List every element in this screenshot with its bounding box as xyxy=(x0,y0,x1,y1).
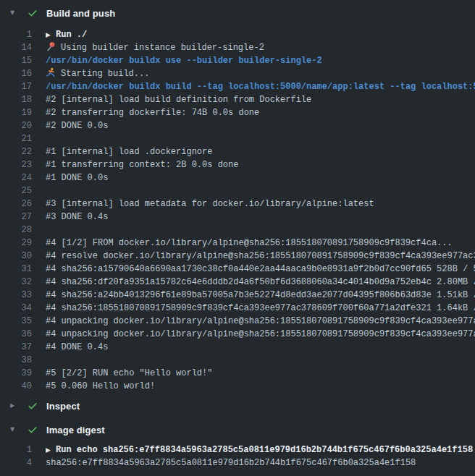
line-content: #3 DONE 0.4s xyxy=(46,211,475,224)
line-number[interactable]: 24 xyxy=(0,171,32,184)
line-content xyxy=(46,354,475,367)
line-text: #3 DONE 0.4s xyxy=(46,212,108,222)
check-success-icon xyxy=(28,8,46,18)
line-number[interactable]: 34 xyxy=(0,302,32,315)
line-number[interactable]: 16 xyxy=(0,67,32,80)
line-number[interactable]: 31 xyxy=(0,263,32,276)
line-number[interactable]: 36 xyxy=(0,328,32,341)
line-number[interactable]: 33 xyxy=(0,289,32,302)
line-number[interactable]: 39 xyxy=(0,367,32,380)
section-header-build-and-push[interactable]: ▼ Build and push xyxy=(0,6,475,20)
log-line: 1 ▶Run echo sha256:e7ff8834a5963a2785c5a… xyxy=(0,443,475,456)
line-content: #5 [2/2] RUN echo "Hello world!" xyxy=(46,367,475,380)
line-number[interactable]: 20 xyxy=(0,119,32,132)
line-number[interactable]: 26 xyxy=(0,197,32,211)
line-number[interactable]: 29 xyxy=(0,237,32,250)
log-line: 40 #5 0.060 Hello world! xyxy=(0,380,475,393)
section-header-inspect[interactable]: ▶ Inspect xyxy=(0,399,475,413)
log-line: 15 /usr/bin/docker buildx use --builder … xyxy=(0,54,475,67)
log-line: 30 #4 resolve docker.io/library/alpine@s… xyxy=(0,250,475,263)
line-content: Starting build... xyxy=(46,67,475,80)
line-text: Using builder instance builder-single-2 xyxy=(61,43,264,53)
line-content xyxy=(46,224,475,237)
line-number[interactable]: 1 xyxy=(0,443,32,456)
line-number[interactable]: 22 xyxy=(0,145,32,158)
run-chevron-icon[interactable]: ▶ xyxy=(46,443,56,456)
line-number[interactable]: 21 xyxy=(0,132,32,145)
check-success-icon xyxy=(28,425,46,435)
line-content: ▶Run echo sha256:e7ff8834a5963a2785c5a08… xyxy=(46,443,475,456)
line-text: #2 transferring dockerfile: 74B 0.0s don… xyxy=(46,108,259,118)
line-number[interactable]: 14 xyxy=(0,41,32,54)
line-content: #4 sha256:185518070891758909c9f839cf4ca3… xyxy=(46,302,475,315)
line-text: Run echo sha256:e7ff8834a5963a2785c5a081… xyxy=(56,445,473,455)
log-line: 34 #4 sha256:185518070891758909c9f839cf4… xyxy=(0,302,475,315)
line-text: #3 [internal] load metadata for docker.i… xyxy=(46,199,374,209)
line-text: #4 resolve docker.io/library/alpine@sha2… xyxy=(46,251,475,261)
log-line: 16 Starting build... xyxy=(0,67,475,80)
line-content: #5 0.060 Hello world! xyxy=(46,380,475,393)
log-line: 32 #4 sha256:df20fa9351a15782c64e6dddb2d… xyxy=(0,276,475,289)
line-number[interactable]: 15 xyxy=(0,54,32,67)
chevron-icon[interactable]: ▼ xyxy=(10,6,28,20)
line-text: #5 0.060 Hello world! xyxy=(46,381,155,391)
line-number[interactable]: 30 xyxy=(0,250,32,263)
line-content xyxy=(46,184,475,197)
line-number[interactable]: 4 xyxy=(0,456,32,469)
line-number[interactable]: 19 xyxy=(0,106,32,119)
section-lines: 1 ▶Run ./ 14 Using builder instance buil… xyxy=(0,28,475,393)
line-text: #1 DONE 0.0s xyxy=(46,173,108,183)
line-content: #4 unpacking docker.io/library/alpine@sh… xyxy=(46,328,475,341)
line-content: #4 resolve docker.io/library/alpine@sha2… xyxy=(46,250,475,263)
pushpin-icon xyxy=(46,41,56,54)
line-number[interactable]: 18 xyxy=(0,93,32,106)
section-title: Build and push xyxy=(46,8,115,19)
section-header-image-digest[interactable]: ▼ Image digest xyxy=(0,422,475,437)
line-content: sha256:e7ff8834a5963a2785c5a0811e979d16b… xyxy=(46,456,475,469)
line-text: sha256:e7ff8834a5963a2785c5a0811e979d16b… xyxy=(46,458,416,468)
section-title: Image digest xyxy=(46,425,105,435)
line-number[interactable]: 17 xyxy=(0,80,32,93)
chevron-icon[interactable]: ▶ xyxy=(10,399,28,413)
line-content: #3 [internal] load metadata for docker.i… xyxy=(46,197,475,211)
runner-icon xyxy=(46,67,56,80)
line-content xyxy=(46,132,475,145)
log-line: 17 /usr/bin/docker buildx build --tag lo… xyxy=(0,80,475,93)
line-text: #4 DONE 0.4s xyxy=(46,342,108,352)
line-number[interactable]: 40 xyxy=(0,380,32,393)
log-line: 25 xyxy=(0,184,475,197)
line-number[interactable]: 35 xyxy=(0,315,32,328)
line-text: /usr/bin/docker buildx use --builder bui… xyxy=(46,56,322,66)
line-number[interactable]: 38 xyxy=(0,354,32,367)
line-content: #2 transferring dockerfile: 74B 0.0s don… xyxy=(46,106,475,119)
line-number[interactable]: 37 xyxy=(0,341,32,354)
line-content: /usr/bin/docker buildx use --builder bui… xyxy=(46,54,475,67)
log-line: 26 #3 [internal] load metadata for docke… xyxy=(0,197,475,211)
line-number[interactable]: 25 xyxy=(0,184,32,197)
line-content: /usr/bin/docker buildx build --tag local… xyxy=(46,80,475,93)
line-text: #4 sha256:a15790640a6690aa1730c38cf0a440… xyxy=(46,264,475,274)
log-section-build-and-push: ▼ Build and push 1 ▶Run ./ 14 Using buil… xyxy=(0,6,475,393)
log-line: 35 #4 unpacking docker.io/library/alpine… xyxy=(0,315,475,328)
line-content: #1 transferring context: 2B 0.0s done xyxy=(46,158,475,171)
log-line: 37 #4 DONE 0.4s xyxy=(0,341,475,354)
log-line: 14 Using builder instance builder-single… xyxy=(0,41,475,54)
log-line: 19 #2 transferring dockerfile: 74B 0.0s … xyxy=(0,106,475,119)
line-text: #1 [internal] load .dockerignore xyxy=(46,147,212,157)
log-line: 24 #1 DONE 0.0s xyxy=(0,171,475,184)
line-content: Using builder instance builder-single-2 xyxy=(46,41,475,54)
log-line: 18 #2 [internal] load build definition f… xyxy=(0,93,475,106)
log-line: 28 xyxy=(0,224,475,237)
line-content: ▶Run ./ xyxy=(46,28,475,41)
line-text: #4 [1/2] FROM docker.io/library/alpine@s… xyxy=(46,238,453,248)
line-number[interactable]: 23 xyxy=(0,158,32,171)
line-number[interactable]: 32 xyxy=(0,276,32,289)
line-number[interactable]: 27 xyxy=(0,211,32,224)
line-number[interactable]: 28 xyxy=(0,224,32,237)
log-line: 21 xyxy=(0,132,475,145)
line-content: #4 [1/2] FROM docker.io/library/alpine@s… xyxy=(46,237,475,250)
line-number[interactable]: 1 xyxy=(0,28,32,41)
chevron-icon[interactable]: ▼ xyxy=(10,422,28,437)
log-line: 22 #1 [internal] load .dockerignore xyxy=(0,145,475,158)
run-chevron-icon[interactable]: ▶ xyxy=(46,28,56,41)
